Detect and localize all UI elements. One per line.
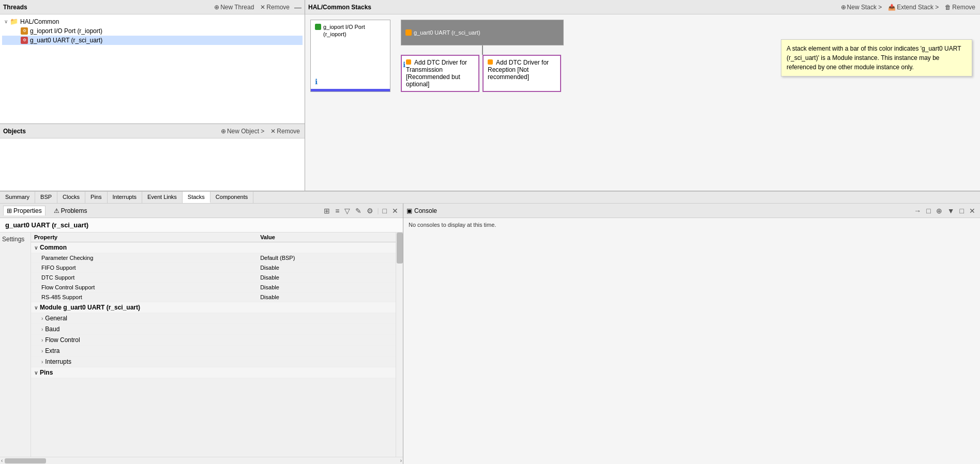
- tab-bsp[interactable]: BSP: [35, 192, 57, 203]
- row-general[interactable]: ›General: [31, 313, 396, 324]
- ioport-icon: ⚙: [21, 27, 28, 35]
- prop-interrupts: ›Interrupts: [31, 357, 257, 367]
- console-body: No consoles to display at this time.: [403, 218, 980, 464]
- console-btn-dropdown[interactable]: ▼: [946, 206, 956, 215]
- section-module[interactable]: ∨Module g_uart0 UART (r_sci_uart): [31, 302, 396, 313]
- stacks-header: HAL/Common Stacks ⊕ New Stack > 📤 Extend…: [305, 0, 980, 14]
- dtc-tx-icon: [406, 59, 411, 65]
- row-extra[interactable]: ›Extra: [31, 346, 396, 357]
- tree-root-halcommon[interactable]: ∨ 📁 HAL/Common: [2, 17, 303, 26]
- interrupts-expand: ›: [41, 359, 43, 365]
- row-param-checking[interactable]: Parameter Checking Default (BSP): [31, 253, 396, 263]
- console-btn-1[interactable]: →: [912, 206, 923, 215]
- props-table-area[interactable]: Property Value ∨Common Parameter Checkin…: [31, 233, 396, 457]
- tree-expand-icon: ∨: [4, 19, 8, 24]
- dtc-tx-label: Add DTC Driver for Transmission [Recomme…: [406, 59, 467, 88]
- tab-clocks[interactable]: Clocks: [57, 192, 85, 203]
- prop-fifo-support: FIFO Support: [31, 263, 257, 273]
- row-rs485[interactable]: RS-485 Support Disable: [31, 292, 396, 302]
- stacks-remove-icon: 🗑: [945, 4, 951, 11]
- properties-tab-label: Properties: [13, 207, 42, 214]
- bottom-section: ⊞ Properties ⚠ Problems ⊞ ≡ ▽ ✎ ⚙ | □ ✕ …: [0, 204, 980, 464]
- props-toolbar-minimize[interactable]: □: [381, 206, 388, 215]
- props-scrollbar-bottom[interactable]: ‹ ›: [0, 457, 403, 464]
- threads-minimize-button[interactable]: —: [294, 3, 301, 11]
- objects-remove-button[interactable]: ✕ Remove: [269, 127, 301, 135]
- uart-info-icon[interactable]: ℹ: [403, 60, 405, 69]
- val-general: [257, 313, 396, 324]
- stacks-remove-button[interactable]: 🗑 Remove: [943, 3, 977, 11]
- console-btn-minimize[interactable]: □: [958, 206, 966, 215]
- threads-header: Threads ⊕ New Thread ✕ Remove —: [0, 0, 305, 14]
- extra-expand: ›: [41, 348, 43, 354]
- row-interrupts[interactable]: ›Interrupts: [31, 357, 396, 367]
- prop-dtc-support: DTC Support: [31, 273, 257, 283]
- props-toolbar-close[interactable]: ✕: [390, 206, 400, 215]
- bottom-tabs-bar: Summary BSP Clocks Pins Interrupts Event…: [0, 191, 980, 204]
- props-toolbar-btn-4[interactable]: ✎: [354, 206, 363, 215]
- console-title-area: ▣ Console: [406, 207, 437, 214]
- col-value: Value: [257, 233, 396, 242]
- prop-baud: ›Baud: [31, 324, 257, 335]
- prop-extra: ›Extra: [31, 346, 257, 357]
- extend-stack-button[interactable]: 📤 Extend Stack >: [886, 3, 940, 11]
- props-toolbar-btn-5[interactable]: ⚙: [365, 206, 375, 215]
- val-flow-control: Disable: [257, 283, 396, 292]
- tab-event-links[interactable]: Event Links: [142, 192, 183, 203]
- tree-item-uart-label: g_uart0 UART (r_sci_uart): [30, 37, 102, 44]
- row-flow-control[interactable]: Flow Control Support Disable: [31, 283, 396, 292]
- console-btn-close[interactable]: ✕: [968, 206, 977, 215]
- section-pins[interactable]: ∨Pins: [31, 367, 396, 378]
- section-module-label: Module g_uart0 UART (r_sci_uart): [40, 304, 140, 311]
- new-stack-icon: ⊕: [841, 4, 846, 11]
- objects-panel: Objects ⊕ New Object > ✕ Remove: [0, 123, 305, 191]
- uart-icon: ⚙: [21, 37, 28, 44]
- prop-general: ›General: [31, 313, 257, 324]
- tab-components[interactable]: Components: [210, 192, 253, 203]
- val-param-checking: Default (BSP): [257, 253, 396, 263]
- props-scrollbar-thumb: [397, 233, 403, 264]
- new-thread-button[interactable]: ⊕ New Thread: [213, 3, 255, 11]
- ioport-stack-card[interactable]: g_ioport I/O Port (r_ioport) ℹ: [310, 20, 390, 92]
- prop-rs485: RS-485 Support: [31, 292, 257, 302]
- scroll-right-arrow[interactable]: ›: [399, 458, 403, 463]
- tree-item-ioport[interactable]: ⚙ g_ioport I/O Port (r_ioport): [2, 26, 303, 36]
- objects-tree: [0, 138, 305, 191]
- props-toolbar-btn-3[interactable]: ▽: [343, 206, 352, 215]
- tree-item-uart[interactable]: ⚙ g_uart0 UART (r_sci_uart): [2, 36, 303, 45]
- new-stack-button[interactable]: ⊕ New Stack >: [839, 3, 884, 11]
- tab-stacks[interactable]: Stacks: [183, 192, 210, 203]
- dtc-rx-card[interactable]: Add DTC Driver for Reception [Not recomm…: [483, 55, 561, 92]
- console-btn-3[interactable]: ⊕: [934, 206, 944, 215]
- threads-remove-button[interactable]: ✕ Remove: [259, 3, 291, 11]
- row-baud[interactable]: ›Baud: [31, 324, 396, 335]
- console-toolbar: → □ ⊕ ▼ □ ✕: [912, 206, 977, 215]
- props-toolbar-btn-1[interactable]: ⊞: [322, 206, 331, 215]
- module-collapse-icon: ∨: [34, 305, 38, 311]
- scroll-left-arrow[interactable]: ‹: [0, 458, 4, 463]
- tab-summary[interactable]: Summary: [0, 192, 35, 203]
- props-toolbar-btn-2[interactable]: ≡: [334, 206, 341, 215]
- dtc-tx-card[interactable]: Add DTC Driver for Transmission [Recomme…: [401, 55, 479, 92]
- ioport-info-icon[interactable]: ℹ: [315, 78, 318, 86]
- val-flow-ctrl: [257, 335, 396, 346]
- tab-interrupts[interactable]: Interrupts: [108, 192, 142, 203]
- new-object-button[interactable]: ⊕ New Object >: [219, 127, 266, 135]
- props-table: Property Value ∨Common Parameter Checkin…: [31, 233, 396, 378]
- row-flow-ctrl[interactable]: ›Flow Control: [31, 335, 396, 346]
- dtc-rx-label: Add DTC Driver for Reception [Not recomm…: [488, 59, 549, 81]
- uart-stack-card[interactable]: g_uart0 UART (r_sci_uart) Add DTC Driver…: [401, 20, 564, 92]
- flow-ctrl-expand: ›: [41, 337, 43, 343]
- tab-properties[interactable]: ⊞ Properties: [3, 206, 46, 215]
- section-common[interactable]: ∨Common: [31, 242, 396, 253]
- tab-pins[interactable]: Pins: [85, 192, 107, 203]
- props-header: ⊞ Properties ⚠ Problems ⊞ ≡ ▽ ✎ ⚙ | □ ✕: [0, 204, 403, 218]
- tab-problems[interactable]: ⚠ Problems: [51, 206, 91, 215]
- row-fifo-support[interactable]: FIFO Support Disable: [31, 263, 396, 273]
- row-dtc-support[interactable]: DTC Support Disable: [31, 273, 396, 283]
- props-toolbar: ⊞ ≡ ▽ ✎ ⚙ | □ ✕: [322, 206, 400, 215]
- props-scrollbar[interactable]: [396, 233, 403, 457]
- threads-panel: Threads ⊕ New Thread ✕ Remove — ∨ 📁 HAL/…: [0, 0, 305, 191]
- console-btn-2[interactable]: □: [925, 206, 932, 215]
- stack-tooltip: A stack element with a bar of this color…: [781, 39, 972, 76]
